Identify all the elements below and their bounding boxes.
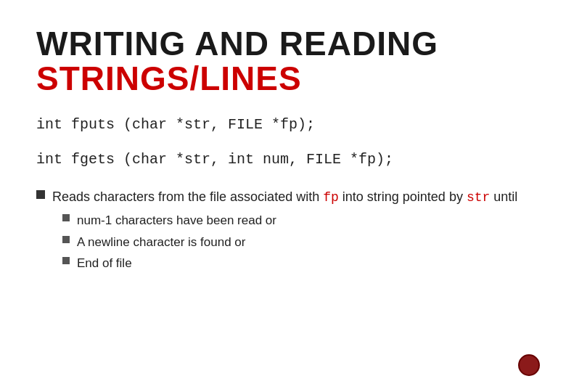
fputs-code: int fputs (char *str, FILE *fp); — [36, 114, 530, 136]
sub-bullet-text-2: A newline character is found or — [77, 232, 245, 252]
fp-highlight: fp — [323, 190, 339, 205]
sub-bullet-2: A newline character is found or — [62, 232, 530, 252]
str-highlight: str — [467, 190, 490, 205]
fgets-code: int fgets (char *str, int num, FILE *fp)… — [36, 149, 530, 171]
sub-bullet-icon-1 — [62, 214, 70, 221]
sub-bullet-3: End of file — [62, 253, 530, 273]
main-prefix: Reads characters from the file associate… — [52, 189, 323, 204]
title-line1: WRITING AND READING — [36, 26, 530, 61]
sub-bullet-icon-2 — [62, 236, 70, 243]
sub-bullet-text-1: num-1 characters have been read or — [77, 211, 276, 230]
slide: WRITING AND READING STRINGS/LINES int fp… — [0, 0, 566, 392]
main-bullet: Reads characters from the file associate… — [36, 187, 530, 208]
bullet-icon — [36, 190, 45, 199]
nav-dot[interactable] — [518, 354, 540, 376]
main-suffix: until — [490, 189, 517, 204]
title-block: WRITING AND READING STRINGS/LINES — [36, 26, 530, 97]
bullet-section: Reads characters from the file associate… — [36, 187, 530, 273]
sub-bullets: num-1 characters have been read or A new… — [62, 211, 530, 273]
main-bullet-text: Reads characters from the file associate… — [52, 187, 517, 208]
sub-bullet-1: num-1 characters have been read or — [62, 211, 530, 230]
sub-bullet-text-3: End of file — [77, 253, 132, 273]
title-line2: STRINGS/LINES — [36, 61, 530, 96]
sub-bullet-icon-3 — [62, 257, 70, 264]
main-mid: into string pointed by — [339, 189, 467, 204]
